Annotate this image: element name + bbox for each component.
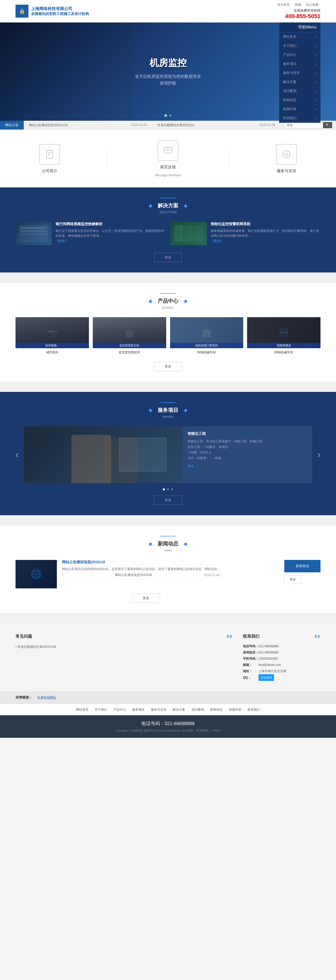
solution-more-2[interactable]: 【更多】 <box>211 239 223 243</box>
links-label: 友情链接： <box>16 695 32 700</box>
service-dot-1[interactable] <box>163 488 165 490</box>
solution-more-1[interactable]: 【更多】 <box>56 239 68 243</box>
footer-nav-support[interactable]: 服务与支持 <box>151 708 166 711</box>
add-bookmark-link[interactable]: 加入收藏 <box>306 3 318 6</box>
faq-more-link[interactable]: 更多 <box>226 635 232 639</box>
service-dot-2[interactable] <box>167 488 169 490</box>
contact-more-link[interactable]: 更多 <box>314 635 320 639</box>
services-next-arrow[interactable]: › <box>317 449 320 460</box>
products-more-button[interactable]: 更多 <box>154 362 182 371</box>
solutions-title: ◆ 解决方案 ◆ <box>145 203 191 208</box>
contact-phone: 电话号码：021-66698888 <box>243 643 320 649</box>
feature-message-sublabel: Message feedback <box>155 173 181 177</box>
service-more-link[interactable]: 更多 <box>188 464 307 468</box>
footer-nav-cases[interactable]: 成功案例 <box>191 708 204 711</box>
solution-info-1: 银行间网络视频监控效解解析 银行位于国家重点安全防范单位，让过手一直采用模拟监控… <box>56 222 166 245</box>
service-img <box>24 426 183 483</box>
qq-button[interactable]: 点击咨询 <box>258 674 274 681</box>
services-subtitle: service <box>16 415 320 418</box>
services-prev-arrow[interactable]: ‹ <box>16 449 19 460</box>
product-img-4: 🏧 智能闸通道 <box>247 317 320 348</box>
footer-phone: 电话号码：021-66698888 <box>5 721 331 727</box>
news-sidebar-card[interactable]: 新闻资讯 <box>284 560 320 572</box>
contact-qq: QQ：点击咨询 <box>243 674 320 681</box>
footer-nav-home[interactable]: 网站首页 <box>76 708 88 711</box>
solutions-subtitle: SOLUTION <box>16 210 320 214</box>
faq-item-1[interactable]: 常见问题测试文章20151104 <box>16 643 232 651</box>
search-input[interactable] <box>284 122 323 128</box>
footer-nav-products[interactable]: 产品中心 <box>113 708 126 711</box>
footer: 电话号码：021-66698888 Copyright © 松梦科技 版权所有 … <box>0 715 336 738</box>
contact-mobile: 手机号码：13832653369 <box>243 655 320 662</box>
feature-message-label: 留言反馈 <box>160 165 176 170</box>
contact-title: 联系我们 <box>243 634 260 639</box>
contact-area: 联系我们 更多 电话号码：021-66698888 咨询电话：021-66898… <box>243 634 320 681</box>
nav-item-contact[interactable]: 联系我们› <box>279 114 320 123</box>
footer-nav-about[interactable]: 关于我们 <box>95 708 107 711</box>
product-card-4: 🏧 智能闸通道 特制机械车间 <box>247 317 320 357</box>
nav-item-services[interactable]: 服务项目› <box>279 59 320 68</box>
solution-card-2: 智能化监控报警联网系统 服务视频系统的快速发展、银行业务规模迅速扩大、营业网点不… <box>170 222 320 245</box>
nav-item-cases[interactable]: 成功案例› <box>279 87 320 95</box>
product-card-1: 📷 高清视频... 城市双向 <box>16 317 89 357</box>
announcement-item-1[interactable]: 网站公告测试信息20151110 2015-11-04 <box>29 123 147 127</box>
contact-address: 地址：上海市南汇区五分路 <box>243 668 320 674</box>
hero-subtitle: 全方位机房监控系统为您的数据安全 保驾护航 <box>135 73 201 86</box>
product-name-2: 监控室智慧机车 <box>93 348 166 357</box>
hotline-number: 400-855-5051 <box>275 13 320 20</box>
spacer-2 <box>0 382 336 392</box>
solution-card-1: 银行间网络视频监控效解解析 银行位于国家重点安全防范单位，让过手一直采用模拟监控… <box>16 222 166 245</box>
nav-item-products[interactable]: 产品中心› <box>279 51 320 59</box>
services-more-button[interactable]: 更多 <box>154 496 182 505</box>
feature-message[interactable]: 留言反馈 Message feedback <box>155 140 181 177</box>
nav-item-home[interactable]: 网站首页› <box>279 32 320 41</box>
set-homepage-link[interactable]: 设为首页 <box>277 3 290 6</box>
hero-title: 机房监控 <box>135 57 201 69</box>
company-intro-icon <box>39 144 60 165</box>
hero-section: 机房监控 全方位机房监控系统为您的数据安全 保驾护航 导航Menu 网站首页› … <box>0 22 336 121</box>
product-name-1: 城市双向 <box>16 348 89 357</box>
header-right: 设为首页 收藏 加入收藏 全国免费咨询热线 400-855-5051 <box>275 3 320 20</box>
footer-nav-news[interactable]: 新闻动态 <box>210 708 223 711</box>
news-list-item-1[interactable]: 网站公告测试信息2015104 2015-11-04 <box>62 571 220 579</box>
news-content: 网站公告测试信息2015110 网站公告测试信息的描述内容在此，这里展示了最新的… <box>62 560 220 589</box>
news-article-title[interactable]: 网站公告测试信息2015110 <box>62 560 220 565</box>
friend-link-1[interactable]: 松梦科技网站 <box>37 695 56 700</box>
announcement-item-2[interactable]: 常见问题测试文章2015110 2015-11-04 <box>158 123 275 127</box>
footer-nav-solutions[interactable]: 解决方案 <box>173 708 185 711</box>
top-links: 设为首页 收藏 加入收藏 <box>275 3 320 7</box>
news-main: 🌐 网站公告测试信息2015110 网站公告测试信息的描述内容在此，这里展示了最… <box>16 560 277 603</box>
product-img-3: 🏢 地段高端门禁系统 <box>170 317 244 348</box>
news-layout: 🌐 网站公告测试信息2015110 网站公告测试信息的描述内容在此，这里展示了最… <box>16 560 320 603</box>
announcement-content: 网站公告测试信息20151110 2015-11-04 常见问题测试文章2015… <box>24 121 280 129</box>
feature-divider-1 <box>107 148 108 169</box>
products-subtitle: product <box>16 305 320 309</box>
service-dot-3[interactable] <box>171 488 173 490</box>
footer-nav-services[interactable]: 服务项目 <box>132 708 145 711</box>
solutions-grid: 银行间网络视频监控效解解析 银行位于国家重点安全防范单位，让过手一直采用模拟监控… <box>16 222 320 245</box>
product-overlay-1: 高清视频... <box>16 343 89 348</box>
contact-header: 联系我们 更多 <box>243 634 320 639</box>
nav-item-solutions[interactable]: 解决方案› <box>279 78 320 87</box>
nav-item-news[interactable]: 新闻动态› <box>279 95 320 105</box>
search-button[interactable]: 🔍 <box>323 122 332 128</box>
product-card-2: 🤖 监控室智慧主机 监控室智慧机车 <box>93 317 166 357</box>
nav-item-gallery[interactable]: 相册列表› <box>279 105 320 114</box>
svg-point-7 <box>283 151 290 158</box>
nav-item-about[interactable]: 关于我们› <box>279 41 320 51</box>
solution-info-2: 智能化监控报警联网系统 服务视频系统的快速发展、银行业务规模迅速扩大、营业网点不… <box>211 222 320 245</box>
footer-nav-contact[interactable]: 联系我们 <box>248 708 260 711</box>
bookmark-link[interactable]: 收藏 <box>295 3 301 6</box>
news-sidebar-more[interactable]: 更多 <box>284 575 301 584</box>
solutions-more-button[interactable]: 更多 <box>154 253 182 262</box>
footer-nav-gallery[interactable]: 相册列表 <box>229 708 241 711</box>
friendly-links-section: 友情链接： 松梦科技网站 <box>0 691 336 704</box>
services-title: ◆ 服务项目 ◆ <box>145 407 191 413</box>
products-title: ◆ 产品中心 ◆ <box>145 298 191 304</box>
footer-copyright: Copyright © 松梦科技 版权所有 Power by DedeCms 技… <box>5 729 331 733</box>
nav-item-support[interactable]: 服务与支持› <box>279 68 320 78</box>
news-more-button[interactable]: 更多 <box>132 593 160 603</box>
products-header: ◆ 产品中心 ◆ product <box>16 293 320 309</box>
feature-service-label: 服务与支持 <box>277 169 296 173</box>
product-overlay-2: 监控室智慧主机 <box>93 343 166 348</box>
